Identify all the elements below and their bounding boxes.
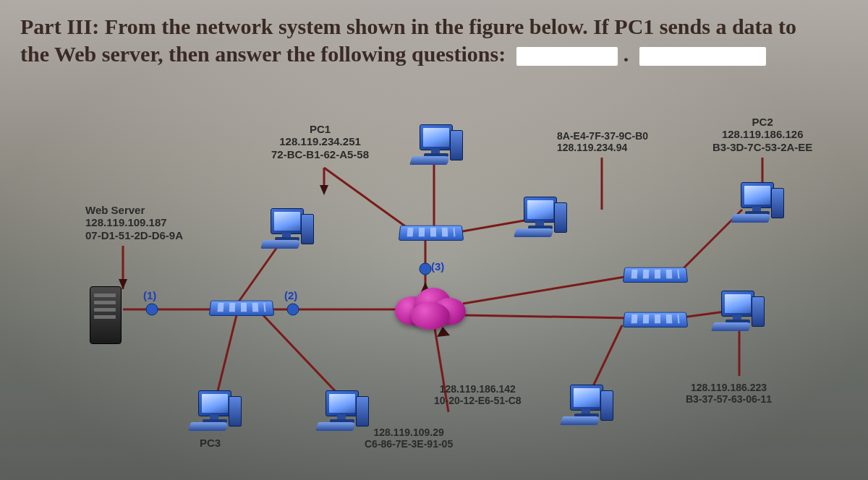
svg-line-10 bbox=[454, 220, 524, 233]
switch-right-bot bbox=[624, 311, 686, 334]
svg-line-2 bbox=[237, 242, 281, 304]
switch-right-top bbox=[624, 266, 686, 289]
router-if-a-label: 8A-E4-7F-37-9C-B0 128.119.234.94 bbox=[557, 130, 648, 153]
link-1-label: (1) bbox=[143, 289, 156, 301]
svg-line-5 bbox=[260, 312, 340, 396]
web-server-label: Web Server 128.119.109.187 07-D1-51-2D-D… bbox=[85, 204, 183, 241]
pc2-icon bbox=[732, 182, 783, 223]
router-if-c-ip: 128.119.109.29 bbox=[373, 427, 443, 438]
link-2-label: (2) bbox=[284, 289, 297, 301]
svg-line-7 bbox=[324, 168, 412, 231]
router-if-a-ip: 128.119.234.94 bbox=[557, 142, 627, 153]
router-cloud bbox=[391, 283, 470, 334]
router-if-b-ip: 128.119.186.142 bbox=[440, 383, 516, 395]
switch-mid bbox=[399, 224, 461, 247]
pc3-icon bbox=[190, 390, 240, 431]
pc-right-mid bbox=[712, 291, 763, 331]
pc3-name: PC3 bbox=[200, 437, 221, 449]
pc-bottom-right bbox=[561, 385, 612, 425]
pc2-label: PC2 128.119.186.126 B3-3D-7C-53-2A-EE bbox=[712, 116, 812, 153]
pc-upper-left bbox=[262, 208, 312, 249]
pc-top-center bbox=[411, 124, 461, 165]
host-d-mac: B3-37-57-63-06-11 bbox=[686, 393, 772, 405]
svg-point-26 bbox=[287, 304, 299, 315]
pc2-ip: 128.119.186.126 bbox=[722, 128, 804, 140]
web-server-mac: 07-D1-51-2D-D6-9A bbox=[85, 229, 183, 241]
pc-mid-right bbox=[515, 197, 566, 237]
pc1-mac: 72-BC-B1-62-A5-58 bbox=[271, 148, 369, 160]
svg-line-14 bbox=[463, 315, 629, 318]
svg-point-27 bbox=[420, 263, 431, 275]
router-if-c-mac: C6-86-7E-3E-91-05 bbox=[365, 438, 453, 450]
pc2-name: PC2 bbox=[752, 116, 773, 128]
pc3-label: PC3 bbox=[200, 437, 221, 449]
pc1-name: PC1 bbox=[310, 123, 331, 135]
svg-line-3 bbox=[217, 312, 237, 394]
router-if-b-label: 128.119.186.142 10-20-12-E6-51-C8 bbox=[434, 383, 522, 406]
router-if-c-label: 128.119.109.29 C6-86-7E-3E-91-05 bbox=[365, 427, 453, 450]
web-server-ip: 128.119.109.187 bbox=[85, 216, 167, 228]
svg-line-13 bbox=[463, 276, 629, 304]
pc2-mac: B3-3D-7C-53-2A-EE bbox=[712, 141, 812, 153]
router-if-b-mac: 10-20-12-E6-51-C8 bbox=[434, 395, 522, 406]
web-server-icon bbox=[85, 286, 124, 343]
diagram-stage: Web Server 128.119.109.187 07-D1-51-2D-D… bbox=[0, 0, 868, 480]
svg-point-25 bbox=[146, 304, 158, 315]
link-3-label: (3) bbox=[431, 260, 444, 273]
pc-bottom-mid bbox=[317, 390, 367, 431]
router-if-a-mac: 8A-E4-7F-37-9C-B0 bbox=[557, 130, 648, 142]
host-d-ip: 128.119.186.223 bbox=[691, 382, 767, 393]
switch-left bbox=[210, 299, 272, 322]
web-server-name: Web Server bbox=[85, 204, 145, 216]
pc1-ip: 128.119.234.251 bbox=[279, 135, 361, 147]
svg-marker-20 bbox=[320, 185, 328, 195]
host-d-label: 128.119.186.223 B3-37-57-63-06-11 bbox=[686, 382, 772, 405]
pc1-label: PC1 128.119.234.251 72-BC-B1-62-A5-58 bbox=[271, 123, 369, 160]
